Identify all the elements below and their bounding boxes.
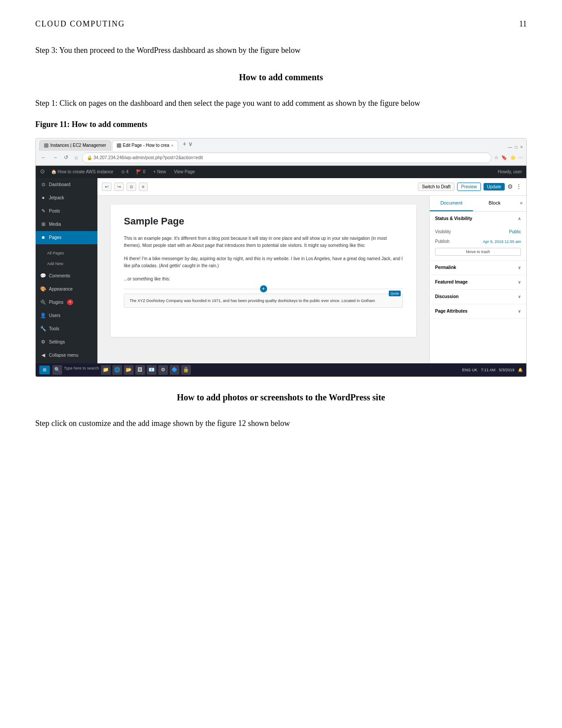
window-restore-icon[interactable]: □ — [515, 144, 517, 151]
step1-text: Step 1: Click on pages on the dashboard … — [35, 97, 527, 110]
favorites-icon[interactable]: ⭐ — [510, 154, 516, 162]
jetpack-icon: ● — [40, 195, 46, 201]
section1-heading: How to add comments — [35, 70, 527, 84]
sidebar-subitem-all-pages[interactable]: All Pages — [36, 248, 97, 258]
start-button[interactable]: ⊞ — [39, 366, 50, 374]
reading-list-icon[interactable]: 🔖 — [501, 154, 507, 162]
visibility-value[interactable]: Public — [509, 228, 521, 235]
sidebar-item-tools[interactable]: 🔧 Tools — [36, 322, 97, 336]
tab-close-icon[interactable]: × — [171, 142, 173, 149]
appearance-icon: 🎨 — [40, 286, 46, 292]
forward-button[interactable]: → — [51, 153, 60, 163]
sidebar-item-users[interactable]: 👤 Users — [36, 309, 97, 322]
back-button[interactable]: ← — [39, 153, 48, 163]
taskbar-search-icon[interactable]: 🔍 — [52, 365, 62, 375]
taskbar-icon-folder[interactable]: 📂 — [124, 365, 134, 375]
sidebar-label-jetpack: Jetpack — [49, 194, 64, 202]
panel-tab-block[interactable]: Block — [473, 196, 516, 212]
window-close-icon[interactable]: × — [520, 144, 523, 151]
wp-topbar-item-create-aws[interactable]: 🏠 How to create AWS instance — [49, 168, 115, 175]
editor-body-text1[interactable]: This is an example page. It's different … — [124, 235, 403, 249]
taskbar-icon-app3[interactable]: 🔒 — [181, 365, 191, 375]
home-button[interactable]: ⌂ — [73, 153, 79, 163]
wp-topbar-item-view-page[interactable]: View Page — [172, 168, 197, 175]
wp-sidebar: ⊙ Dashboard ● Jetpack ✎ Posts ⊞ Media ■ — [36, 178, 97, 363]
taskbar-notification-icon[interactable]: 🔔 — [518, 367, 523, 373]
quote-text[interactable]: The XYZ Doohickey Company was founded in… — [130, 298, 397, 304]
permalink-header[interactable]: Permalink ∨ — [430, 261, 526, 275]
publish-date[interactable]: Apr 9, 2019 11:55 am — [483, 239, 521, 245]
sidebar-label-collapse: Collapse menu — [49, 352, 78, 359]
wp-topbar-item-new[interactable]: + New — [152, 168, 168, 175]
sidebar-label-media: Media — [49, 221, 61, 228]
quote-label: Quote — [389, 291, 401, 296]
browser-menu-icon[interactable]: ··· — [519, 154, 523, 162]
editor-or-text: ...or something like this: — [124, 276, 403, 283]
page-editor-title[interactable]: Sample Page — [124, 213, 403, 229]
sidebar-label-users: Users — [49, 312, 60, 319]
taskbar-icon-browser[interactable]: 🌐 — [112, 365, 122, 375]
address-input[interactable]: 🔒 34.207.234.246/wp-admin/post.php?post=… — [82, 153, 491, 163]
panel-section-page-attributes: Page Attributes ∨ — [430, 304, 526, 319]
sidebar-label-dashboard: Dashboard — [49, 181, 71, 188]
settings-gear-icon[interactable]: ⚙ — [507, 182, 513, 191]
sidebar-subitem-add-new[interactable]: Add New — [36, 258, 97, 269]
taskbar-icon-files[interactable]: 📁 — [101, 365, 111, 375]
page-attributes-header[interactable]: Page Attributes ∨ — [430, 304, 526, 318]
sidebar-item-media[interactable]: ⊞ Media — [36, 218, 97, 231]
editor-body-text2[interactable]: Hi there! I'm a bike messenger by day, a… — [124, 255, 403, 269]
step3-text: Step 3: You then proceed to the WordPres… — [35, 44, 527, 57]
save-button[interactable]: ⊙ — [127, 183, 136, 191]
sidebar-item-jetpack[interactable]: ● Jetpack — [36, 191, 97, 205]
sidebar-item-appearance[interactable]: 🎨 Appearance — [36, 283, 97, 296]
taskbar-icon-app2[interactable]: 🔷 — [170, 365, 179, 375]
redo-button[interactable]: ↪ — [114, 183, 124, 191]
preview-button[interactable]: Preview — [457, 183, 481, 191]
featured-image-header[interactable]: Featured Image ∨ — [430, 275, 526, 289]
plugins-badge: 4 — [67, 299, 73, 305]
wp-topbar-howdy: Howdy, user — [498, 168, 522, 175]
wp-main: ↩ ↪ ⊙ ≡ Switch to Draft Preview Update ⚙… — [97, 178, 526, 363]
panel-tab-document[interactable]: Document — [430, 196, 473, 212]
switch-to-draft-button[interactable]: Switch to Draft — [418, 183, 454, 191]
tab-edit-page[interactable]: Edit Page - How to crea × — [112, 140, 179, 151]
publish-button[interactable]: Update — [484, 183, 505, 190]
wp-topbar-item-updates[interactable]: 🚩 0 — [134, 168, 147, 175]
new-tab-button[interactable]: + ∨ — [179, 138, 196, 151]
pages-icon: ■ — [40, 235, 46, 241]
bookmark-star-icon[interactable]: ☆ — [494, 154, 499, 162]
toolbar-right: Switch to Draft Preview Update ⚙ ⋮ — [418, 182, 522, 191]
sidebar-item-collapse[interactable]: ◀ Collapse menu — [36, 349, 97, 362]
window-minimize-icon[interactable]: — — [508, 144, 512, 151]
reload-button[interactable]: ↺ — [62, 153, 70, 163]
page-attributes-chevron-icon: ∨ — [518, 308, 521, 314]
taskbar-icon-mail[interactable]: 📧 — [147, 365, 156, 375]
sidebar-item-dashboard[interactable]: ⊙ Dashboard — [36, 178, 97, 191]
sidebar-item-settings[interactable]: ⚙ Settings — [36, 336, 97, 349]
move-to-trash-button[interactable]: Move to trash — [435, 248, 521, 256]
status-visibility-header[interactable]: Status & Visibility ∧ — [430, 212, 526, 226]
browser-actions: ☆ 🔖 ⭐ ··· — [494, 154, 523, 162]
sidebar-item-pages[interactable]: ■ Pages — [36, 231, 97, 244]
list-view-button[interactable]: ≡ — [139, 183, 148, 191]
more-options-icon[interactable]: ⋮ — [516, 182, 522, 191]
taskbar-icons: 🔍 Type here to search 📁 🌐 📂 🖼 📧 ⚙ 🔷 🔒 — [52, 365, 191, 375]
sidebar-item-posts[interactable]: ✎ Posts — [36, 205, 97, 218]
taskbar-icon-img[interactable]: 🖼 — [135, 365, 145, 375]
taskbar-time: 7:11 AM — [481, 367, 495, 373]
undo-button[interactable]: ↩ — [102, 183, 112, 191]
taskbar-icon-app1[interactable]: ⚙ — [158, 365, 168, 375]
discussion-header[interactable]: Discussion ∨ — [430, 290, 526, 304]
tab-ec2[interactable]: Instances | EC2 Managemer — [39, 140, 111, 151]
sidebar-section-pages-label — [36, 244, 97, 248]
wp-logo[interactable]: ⊙ — [40, 167, 45, 176]
discussion-chevron-icon: ∨ — [518, 294, 521, 300]
browser-screenshot: Instances | EC2 Managemer Edit Page - Ho… — [35, 138, 527, 377]
taskbar-search-text[interactable]: Type here to search — [64, 365, 99, 375]
lock-icon: 🔒 — [87, 155, 92, 160]
sidebar-item-comments[interactable]: 💬 Comments — [36, 269, 97, 283]
wp-topbar-item-comments[interactable]: ⊙ 4 — [119, 168, 130, 175]
sidebar-item-plugins[interactable]: 🔌 Plugins 4 — [36, 296, 97, 309]
panel-section-featured-image: Featured Image ∨ — [430, 275, 526, 290]
panel-close-button[interactable]: × — [516, 197, 526, 210]
